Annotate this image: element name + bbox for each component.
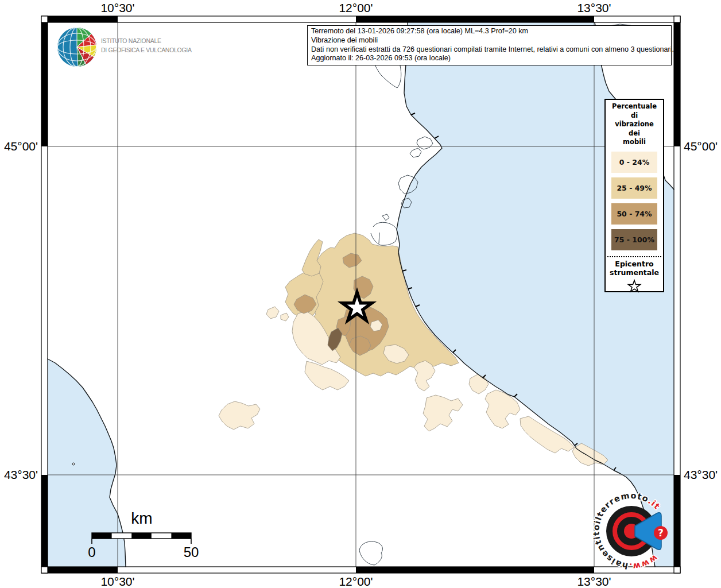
info-line-data-note: Dati non verificati estratti da 726 ques… [311, 45, 668, 55]
legend-epicenter-line: Epicentro [606, 260, 663, 268]
legend-title-line: dei [606, 129, 663, 138]
legend-divider [607, 256, 661, 257]
info-line-updated: Aggiornato il: 26-03-2026 09:53 (ora loc… [311, 54, 668, 63]
legend-swatch-label: 75 - 100% [614, 235, 654, 244]
question-mark-glyph: ? [658, 527, 664, 539]
legend-title: Percentuale di vibrazione dei mobili [606, 102, 663, 147]
legend-swatch-25-49: 25 - 49% [611, 177, 657, 199]
legend-swatch-label: 50 - 74% [617, 210, 652, 218]
ingv-logo-text-line1: ISTITUTO NAZIONALE [101, 37, 161, 44]
legend-swatch-50-74: 50 - 74% [611, 203, 657, 225]
legend-epicenter-label: Epicentro strumentale [606, 260, 663, 277]
axis-label-bottom-1200: 12°00' [339, 575, 373, 588]
axis-label-left-4330: 43°30' [4, 468, 38, 481]
scale-bar-end: 50 [184, 544, 199, 560]
legend-swatch-label: 0 - 24% [619, 158, 650, 167]
info-line-event: Terremoto del 13-01-2026 09:27:58 (ora l… [311, 27, 668, 36]
info-line-maptype: Vibrazione dei mobili [311, 36, 668, 45]
legend-title-line: Percentuale [606, 102, 663, 111]
axis-label-right-4330: 43°30' [684, 468, 718, 481]
axis-label-right-4500: 45°00' [684, 140, 718, 153]
axis-label-bottom-1330: 13°30' [577, 575, 611, 588]
tyrrhenian-islet [72, 463, 75, 465]
axis-label-top-1200: 12°00' [339, 1, 373, 14]
axis-label-bottom-1030: 10°30' [100, 575, 134, 588]
legend-title-line: vibrazione [606, 120, 663, 129]
axis-label-top-1030: 10°30' [100, 1, 134, 14]
legend-box: Percentuale di vibrazione dei mobili 0 -… [604, 99, 664, 292]
earthquake-info-box: Terremoto del 13-01-2026 09:27:58 (ora l… [307, 25, 672, 65]
axis-label-left-4500: 45°00' [4, 140, 38, 153]
legend-title-line: di [606, 111, 663, 121]
ingv-logo-text-line2: DI GEOFISICA E VULCANOLOGIA [101, 47, 192, 53]
scale-bar-start: 0 [88, 544, 95, 560]
axis-label-top-1330: 13°30' [577, 1, 611, 14]
legend-epicenter-line: strumentale [606, 268, 663, 277]
legend-swatch-label: 25 - 49% [617, 184, 652, 192]
scale-bar-unit: km [131, 509, 152, 527]
legend-title-line: mobili [606, 138, 663, 147]
legend-swatch-75-100: 75 - 100% [611, 229, 657, 250]
legend-star-icon [606, 279, 663, 295]
map-page: 10°30' 12°00' 13°30' 10°30' 12°00' 13°30… [0, 0, 721, 588]
legend-swatch-0-24: 0 - 24% [611, 152, 657, 173]
